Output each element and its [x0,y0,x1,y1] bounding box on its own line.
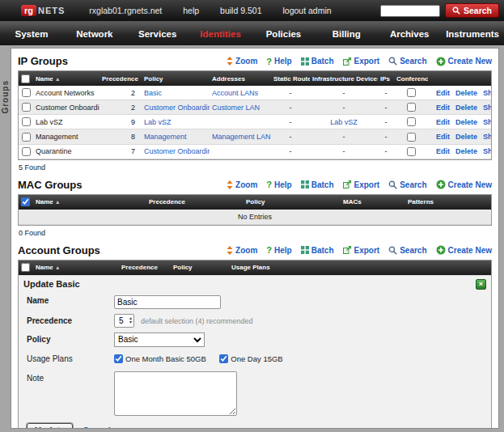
infrastructure-devices-link[interactable]: Lab vSZ [330,118,358,126]
create-new-button[interactable]: Create New [436,245,492,255]
delete-link[interactable]: Delete [455,89,477,97]
conference-checkbox[interactable] [407,147,416,156]
row-select-checkbox[interactable] [22,88,31,97]
show-link[interactable]: Show [483,104,491,112]
col-static-routes: Static Routes [271,71,310,86]
ips-value: - [378,100,394,115]
delete-link[interactable]: Delete [455,118,477,126]
delete-link[interactable]: Delete [455,147,477,155]
addresses-link[interactable]: Account LANs [212,89,258,97]
batch-button[interactable]: Batch [301,57,334,66]
col-usage-plans: Usage Plans [229,260,415,275]
help-link[interactable]: help [183,6,199,15]
create-new-button[interactable]: Create New [436,57,492,66]
menu-network[interactable]: Network [63,29,126,39]
show-link[interactable]: Show [483,118,491,126]
zoom-icon [227,57,233,66]
select-all-checkbox[interactable] [21,197,30,206]
table-row: Lab vSZ 9 Lab vSZ - Lab vSZ - EditDelete… [19,115,491,129]
stepper-arrows-icon[interactable]: ▴▾ [129,316,132,324]
note-field[interactable] [114,371,237,416]
help-button[interactable]: ?Help [266,180,291,189]
close-icon[interactable]: × [476,279,486,290]
usage-plan-option[interactable]: One Day 15GB [219,354,282,363]
row-select-checkbox[interactable] [22,147,31,156]
edit-link[interactable]: Edit [436,118,450,126]
select-all-checkbox[interactable] [21,74,30,83]
col-precedence[interactable]: Precedence [100,71,142,86]
create-new-icon [436,245,446,255]
col-precedence[interactable]: Precedence [146,195,244,210]
static-routes-value: - [271,144,310,159]
usage-plan-checkbox[interactable] [219,354,228,363]
select-all-checkbox[interactable] [21,263,30,272]
conference-checkbox[interactable] [407,103,416,112]
edit-link[interactable]: Edit [436,147,450,155]
menu-instruments[interactable]: Instruments [441,29,504,39]
col-policy[interactable]: Policy [244,195,341,210]
global-search-input[interactable] [380,5,440,17]
col-name[interactable]: Name▲ [33,71,100,86]
policy-link[interactable]: Management [144,133,187,141]
row-select-checkbox[interactable] [22,117,31,126]
conference-checkbox[interactable] [407,117,416,126]
delete-link[interactable]: Delete [455,133,477,141]
conference-checkbox[interactable] [407,88,416,97]
col-name[interactable]: Name▲ [33,195,146,210]
logout-link[interactable]: logout admin [283,6,332,15]
show-link[interactable]: Show [483,89,491,97]
addresses-link[interactable]: Customer LAN [212,104,260,112]
col-name[interactable]: Name▲ [33,260,119,275]
usage-plan-option[interactable]: One Month Basic 50GB [114,354,206,363]
zoom-button[interactable]: Zoom [227,246,257,255]
edit-link[interactable]: Edit [436,89,450,97]
search-button[interactable]: Search [388,57,426,66]
policy-link[interactable]: Customer Onboarding [144,104,210,112]
show-link[interactable]: Show [483,133,491,141]
update-button[interactable]: Update [27,423,73,429]
col-policy[interactable]: Policy [171,260,229,275]
global-search-button[interactable]: Search [445,3,499,18]
policy-link[interactable]: Customer Onboarding [144,147,210,155]
policy-link[interactable]: Basic [144,89,162,97]
search-button[interactable]: Search [388,246,426,255]
edit-link[interactable]: Edit [436,104,450,112]
col-policy[interactable]: Policy [142,71,210,86]
usage-plan-checkbox[interactable] [114,354,123,363]
precedence-stepper[interactable]: 5 ▴▾ [114,314,134,328]
help-button[interactable]: ?Help [266,245,291,255]
show-link[interactable]: Show [483,147,491,155]
edit-link[interactable]: Edit [436,133,450,141]
menu-services[interactable]: Services [126,29,189,39]
menu-policies[interactable]: Policies [252,29,316,39]
batch-button[interactable]: Batch [301,180,334,189]
delete-link[interactable]: Delete [455,104,477,112]
sidebar-tab-groups[interactable]: Groups [1,80,10,114]
menu-billing[interactable]: Billing [315,29,378,39]
export-button[interactable]: Export [343,246,380,255]
name-field[interactable] [114,295,221,309]
conference-checkbox[interactable] [407,133,416,142]
menu-system[interactable]: System [0,29,63,39]
update-basic-form: Update Basic × Name Precedence 5 ▴▾ defa… [19,275,491,429]
search-button[interactable]: Search [388,180,426,189]
sort-asc-icon: ▲ [55,76,61,82]
col-precedence[interactable]: Precedence [119,260,171,275]
export-button[interactable]: Export [343,180,380,189]
cancel-link[interactable]: Cancel [83,426,110,429]
zoom-button[interactable]: Zoom [227,57,257,66]
static-routes-value: - [271,100,310,115]
search-icon [388,246,397,255]
export-button[interactable]: Export [343,57,380,66]
policy-link[interactable]: Lab vSZ [144,118,172,126]
zoom-button[interactable]: Zoom [227,180,257,189]
menu-identities[interactable]: Identities [189,29,252,39]
batch-button[interactable]: Batch [301,246,334,255]
help-button[interactable]: ?Help [266,57,291,66]
policy-select[interactable]: Basic [114,332,205,347]
addresses-link[interactable]: Management LAN [212,133,271,141]
create-new-button[interactable]: Create New [436,180,492,189]
menu-archives[interactable]: Archives [378,29,441,39]
row-select-checkbox[interactable] [22,133,31,142]
row-select-checkbox[interactable] [22,103,31,112]
